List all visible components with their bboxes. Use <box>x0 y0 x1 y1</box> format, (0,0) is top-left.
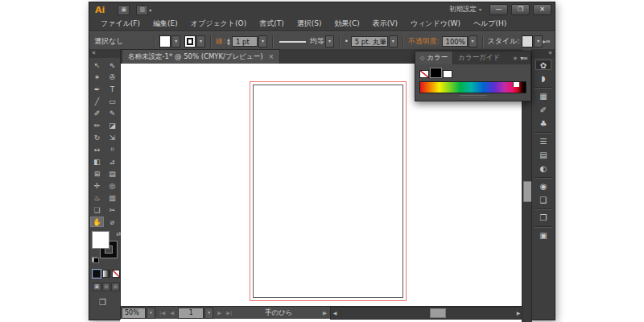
artboard[interactable] <box>253 85 403 298</box>
menu-edit[interactable]: 編集(E) <box>147 19 184 29</box>
perspective-grid-tool[interactable]: ⊿ <box>105 156 119 167</box>
black-swatch[interactable] <box>430 68 442 78</box>
pencil-tool[interactable]: ✎ <box>105 108 119 118</box>
hand-tool[interactable]: ✋ <box>90 217 104 227</box>
default-fill-stroke-icon[interactable] <box>92 257 99 263</box>
swap-fill-stroke-icon[interactable]: ⇄ <box>116 231 121 237</box>
horizontal-scrollbar-thumb[interactable] <box>430 308 446 318</box>
menu-effect[interactable]: 効果(C) <box>328 19 365 29</box>
blob-brush-tool[interactable]: ✏ <box>90 120 104 130</box>
tools-collapse-icon[interactable]: « <box>89 49 120 58</box>
tab-color-guide[interactable]: カラーガイド <box>453 52 505 64</box>
tab-color[interactable]: ◇カラー <box>415 52 453 64</box>
white-swatch[interactable] <box>443 70 452 78</box>
free-transform-tool[interactable]: ⌗ <box>105 144 119 155</box>
blend-tool[interactable]: ◎ <box>105 180 119 191</box>
swatches-panel-icon[interactable]: ▦ <box>535 91 551 101</box>
close-button[interactable]: ✕ <box>533 4 551 15</box>
previous-artboard-icon[interactable]: ◀ <box>170 310 174 316</box>
gradient-panel-icon[interactable]: ▤ <box>535 150 551 160</box>
screen-mode-icon[interactable]: ❐ <box>99 298 120 307</box>
symbol-sprayer-tool[interactable]: ♨ <box>90 192 104 203</box>
gradient-button[interactable] <box>102 270 110 278</box>
first-artboard-icon[interactable]: |◀ <box>159 310 165 316</box>
panel-resize-grip[interactable] <box>460 95 487 97</box>
minimize-button[interactable]: — <box>489 4 508 15</box>
color-spectrum-ramp[interactable] <box>419 81 526 93</box>
color-guide-panel-icon[interactable]: ◗ <box>535 73 551 84</box>
fill-color-dropdown-icon[interactable]: ▾ <box>171 35 180 47</box>
dock-collapse-icon[interactable]: « <box>532 49 555 58</box>
scale-tool[interactable]: ⇲ <box>105 132 119 142</box>
menu-view[interactable]: 表示(V) <box>366 19 404 29</box>
arrange-documents-icon[interactable]: ▥ <box>136 5 148 15</box>
transparency-panel-icon[interactable]: ◐ <box>535 163 551 174</box>
document-tab[interactable]: 名称未設定-1* @ 50% (CMYK/プレビュー) × <box>122 49 280 64</box>
appearance-panel-icon[interactable]: ◉ <box>535 181 551 192</box>
artboard-tool[interactable]: ❏ <box>90 204 104 215</box>
zoom-level-field[interactable]: 50% <box>122 308 146 319</box>
layers-panel-icon[interactable]: ❐ <box>535 213 551 223</box>
direct-selection-tool[interactable]: ⇖ <box>105 60 119 70</box>
opacity-panel-link[interactable]: 不透明度: <box>408 36 440 47</box>
paintbrush-tool[interactable]: ✐ <box>90 108 104 118</box>
horizontal-scrollbar[interactable]: ◀ ▶ <box>330 307 523 320</box>
width-tool[interactable]: ↔ <box>90 144 104 155</box>
menu-file[interactable]: ファイル(F) <box>94 19 147 29</box>
color-button[interactable] <box>93 270 101 278</box>
draw-inside-icon[interactable]: ▣ <box>111 283 120 291</box>
brush-dropdown-icon[interactable]: ▾ <box>389 35 398 47</box>
zoom-tool[interactable]: ⌀ <box>105 217 119 227</box>
fill-color-swatch[interactable] <box>159 35 171 47</box>
style-swatch[interactable] <box>522 35 533 47</box>
type-tool[interactable]: T <box>105 84 119 94</box>
symbols-panel-icon[interactable]: ♣ <box>535 118 551 129</box>
color-panel-icon[interactable]: ✿ <box>535 60 551 70</box>
maximize-button[interactable]: ❐ <box>511 4 530 15</box>
column-graph-tool[interactable]: ▥ <box>105 192 119 203</box>
brush-definition-field[interactable]: 5 pt. 丸筆 <box>351 36 388 47</box>
none-button[interactable] <box>112 270 120 278</box>
eyedropper-tool[interactable]: ✛ <box>90 180 104 191</box>
stroke-panel-icon[interactable]: ☰ <box>535 136 551 147</box>
next-artboard-icon[interactable]: ▶ <box>217 310 221 316</box>
gradient-tool[interactable]: ▤ <box>105 168 119 179</box>
go-to-bridge-icon[interactable]: ▣ <box>118 5 130 15</box>
menu-help[interactable]: ヘルプ(H) <box>467 19 513 29</box>
menu-type[interactable]: 書式(T) <box>253 19 291 29</box>
tab-close-icon[interactable]: × <box>269 53 275 60</box>
canvas[interactable] <box>120 64 524 322</box>
slice-tool[interactable]: ✂ <box>105 204 119 215</box>
artboards-panel-icon[interactable]: ▣ <box>535 230 551 241</box>
scroll-left-icon[interactable]: ◀ <box>331 310 339 316</box>
stroke-width-field[interactable]: 1 pt <box>232 36 258 47</box>
control-panel-menu-icon[interactable]: ▸≡ <box>543 38 550 45</box>
last-artboard-icon[interactable]: ▶| <box>226 310 232 316</box>
fill-proxy-swatch[interactable] <box>92 231 109 249</box>
stroke-width-stepper[interactable]: ▲▼ <box>227 38 230 46</box>
zoom-dropdown-icon[interactable]: ▾ <box>147 308 155 319</box>
style-dropdown-icon[interactable]: ▾ <box>534 35 543 47</box>
draw-behind-icon[interactable]: ▣ <box>102 283 111 291</box>
artboard-dropdown-icon[interactable]: ▾ <box>204 308 213 319</box>
status-popup-icon[interactable]: ▶ <box>323 310 327 316</box>
line-segment-tool[interactable]: ╱ <box>90 96 104 106</box>
pen-tool[interactable]: ✒ <box>90 84 104 94</box>
stroke-profile-dropdown-icon[interactable]: ▾ <box>325 35 334 47</box>
horizontal-scrollbar-track[interactable] <box>339 308 514 319</box>
stroke-color-swatch[interactable] <box>184 35 196 47</box>
stroke-color-dropdown-icon[interactable]: ▾ <box>196 35 205 47</box>
magic-wand-tool[interactable]: ✶ <box>90 72 104 82</box>
rotate-tool[interactable]: ↻ <box>90 132 104 142</box>
stepper-down-icon[interactable]: ▼ <box>227 42 230 46</box>
opacity-dropdown-icon[interactable]: ▾ <box>469 35 477 47</box>
panel-menu-icon[interactable]: ▾≡ <box>520 55 527 62</box>
collapse-panel-icon[interactable]: » <box>513 55 517 62</box>
rectangle-tool[interactable]: ▭ <box>105 96 119 106</box>
workspace-switcher[interactable]: 初期設定▾ <box>449 5 486 14</box>
graphic-styles-panel-icon[interactable]: ❑ <box>535 195 551 205</box>
menu-window[interactable]: ウィンドウ(W) <box>404 19 467 29</box>
arrange-documents-arrow-icon[interactable]: ▾ <box>149 7 151 13</box>
stroke-width-dropdown-icon[interactable]: ▾ <box>258 35 267 47</box>
draw-normal-icon[interactable]: ▣ <box>93 283 101 291</box>
